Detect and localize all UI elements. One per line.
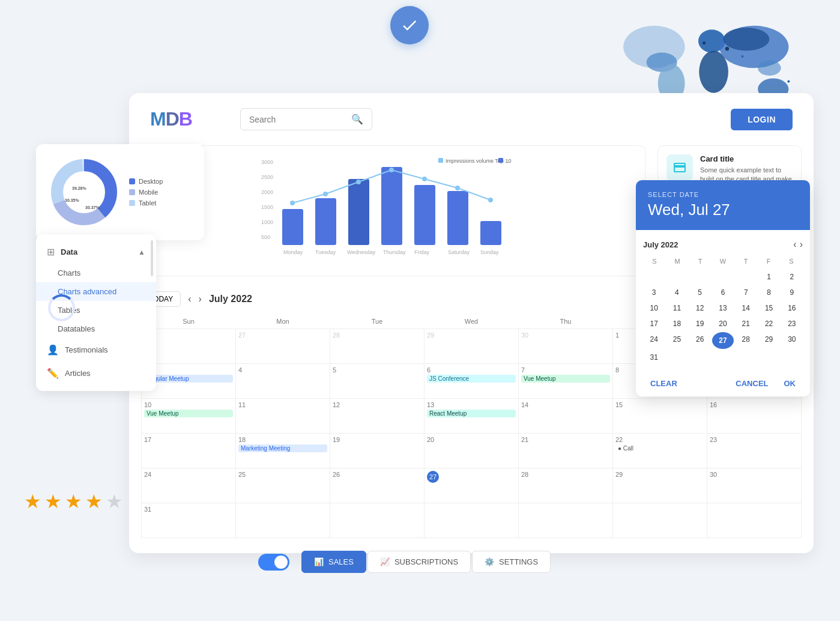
- calendar-cell[interactable]: 22● Call: [613, 433, 707, 468]
- calendar-event[interactable]: Vue Meetup: [521, 375, 610, 383]
- dp-day[interactable]: 9: [781, 285, 803, 300]
- calendar-cell[interactable]: 23: [707, 433, 802, 468]
- calendar-cell[interactable]: 18Marketing Meeting: [236, 433, 330, 468]
- dp-day[interactable]: 26: [689, 332, 711, 349]
- login-button[interactable]: LOGIN: [731, 109, 793, 130]
- calendar-event[interactable]: ● Call: [615, 444, 704, 452]
- calendar-cell[interactable]: [236, 503, 330, 538]
- dp-day[interactable]: 30: [781, 332, 803, 349]
- datepicker-clear-button[interactable]: CLEAR: [645, 377, 682, 390]
- dp-day[interactable]: 14: [735, 301, 757, 315]
- calendar-cell[interactable]: 5: [330, 363, 425, 398]
- sidebar-item-charts[interactable]: Charts: [36, 264, 156, 282]
- scroll-indicator[interactable]: [151, 240, 153, 276]
- dp-day[interactable]: 4: [666, 285, 687, 300]
- dp-day[interactable]: 5: [689, 285, 711, 300]
- dp-day[interactable]: 19: [689, 317, 711, 331]
- calendar-event[interactable]: React Meetup: [427, 410, 516, 417]
- calendar-event[interactable]: Angular Meetup: [144, 375, 233, 383]
- calendar-cell[interactable]: [330, 503, 425, 538]
- dp-day[interactable]: 15: [758, 301, 779, 315]
- sidebar-item-articles[interactable]: ✏️ Articles: [36, 362, 156, 385]
- star-3[interactable]: ★: [65, 490, 82, 513]
- calendar-cell[interactable]: 16: [707, 398, 802, 433]
- calendar-cell[interactable]: 19: [330, 433, 425, 468]
- dp-day[interactable]: 18: [666, 317, 687, 331]
- tab-settings[interactable]: ⚙️ SETTINGS: [472, 551, 551, 573]
- dp-day[interactable]: 16: [781, 301, 803, 315]
- dp-day[interactable]: 12: [689, 301, 711, 315]
- star-5[interactable]: ★: [106, 490, 123, 513]
- dp-day[interactable]: 17: [643, 317, 665, 331]
- dp-day[interactable]: 24: [643, 332, 665, 349]
- calendar-cell[interactable]: 17: [142, 433, 236, 468]
- calendar-cell[interactable]: 4: [236, 363, 330, 398]
- tab-subscriptions[interactable]: 📈 SUBSCRIPTIONS: [367, 551, 471, 573]
- dp-day[interactable]: 21: [735, 317, 757, 331]
- datepicker-next[interactable]: ›: [800, 239, 803, 250]
- calendar-cell[interactable]: 28: [519, 468, 613, 503]
- calendar-cell[interactable]: 27: [425, 468, 519, 503]
- sidebar-item-datatables[interactable]: Datatables: [36, 320, 156, 338]
- dp-day[interactable]: 11: [666, 301, 687, 315]
- dp-day[interactable]: 8: [758, 285, 779, 300]
- calendar-cell[interactable]: 20: [425, 433, 519, 468]
- dp-day[interactable]: 20: [712, 317, 734, 331]
- calendar-cell[interactable]: [519, 503, 613, 538]
- calendar-cell[interactable]: 29: [613, 468, 707, 503]
- calendar-cell[interactable]: 28: [330, 329, 425, 363]
- calendar-cell[interactable]: [425, 503, 519, 538]
- dp-day[interactable]: 3: [643, 285, 665, 300]
- calendar-cell[interactable]: 10Vue Meetup: [142, 398, 236, 433]
- dp-day[interactable]: 25: [666, 332, 687, 349]
- calendar-cell[interactable]: 24: [142, 468, 236, 503]
- star-4[interactable]: ★: [85, 490, 103, 513]
- tab-sales[interactable]: 📊 SALES: [301, 551, 366, 573]
- calendar-cell[interactable]: 25: [236, 468, 330, 503]
- star-2[interactable]: ★: [44, 490, 62, 513]
- dp-day[interactable]: 23: [781, 317, 803, 331]
- dp-day[interactable]: 27: [712, 332, 734, 349]
- sidebar-data-header[interactable]: ⊞ Data ▲: [36, 240, 156, 264]
- dp-day[interactable]: [735, 270, 757, 284]
- calendar-cell[interactable]: 29: [425, 329, 519, 363]
- datepicker-ok-button[interactable]: OK: [779, 377, 801, 390]
- cal-next-button[interactable]: ›: [199, 294, 202, 304]
- calendar-cell[interactable]: [613, 503, 707, 538]
- calendar-event[interactable]: Vue Meetup: [144, 410, 233, 417]
- calendar-event[interactable]: Marketing Meeting: [238, 444, 327, 452]
- calendar-cell[interactable]: 30: [707, 468, 802, 503]
- dp-day[interactable]: [689, 270, 711, 284]
- calendar-event[interactable]: JS Conference: [427, 375, 516, 383]
- calendar-cell[interactable]: 27: [236, 329, 330, 363]
- calendar-cell[interactable]: 6JS Conference: [425, 363, 519, 398]
- star-1[interactable]: ★: [24, 490, 41, 513]
- calendar-cell[interactable]: 14: [519, 398, 613, 433]
- dp-day[interactable]: 22: [758, 317, 779, 331]
- dp-day[interactable]: [643, 270, 665, 284]
- calendar-cell[interactable]: 11: [236, 398, 330, 433]
- calendar-cell[interactable]: 15: [613, 398, 707, 433]
- dp-day[interactable]: [712, 270, 734, 284]
- dp-day[interactable]: [666, 270, 687, 284]
- calendar-cell[interactable]: 31: [142, 503, 236, 538]
- calendar-cell[interactable]: 30: [519, 329, 613, 363]
- cal-prev-button[interactable]: ‹: [188, 294, 191, 304]
- dp-day[interactable]: 10: [643, 301, 665, 315]
- dp-day[interactable]: 31: [643, 350, 665, 365]
- calendar-cell[interactable]: 21: [519, 433, 613, 468]
- sidebar-item-testimonials[interactable]: 👤 Testimonials: [36, 338, 156, 362]
- calendar-cell[interactable]: [707, 503, 802, 538]
- dp-day[interactable]: 1: [758, 270, 779, 284]
- dp-day[interactable]: 2: [781, 270, 803, 284]
- calendar-cell[interactable]: 13React Meetup: [425, 398, 519, 433]
- datepicker-cancel-button[interactable]: CANCEL: [731, 377, 773, 390]
- search-input[interactable]: [249, 115, 346, 124]
- dp-day[interactable]: 6: [712, 285, 734, 300]
- calendar-cell[interactable]: 12: [330, 398, 425, 433]
- calendar-cell[interactable]: 7Vue Meetup: [519, 363, 613, 398]
- toggle-switch[interactable]: [258, 554, 289, 571]
- datepicker-prev[interactable]: ‹: [793, 239, 796, 250]
- dp-day[interactable]: 28: [735, 332, 757, 349]
- dp-day[interactable]: 7: [735, 285, 757, 300]
